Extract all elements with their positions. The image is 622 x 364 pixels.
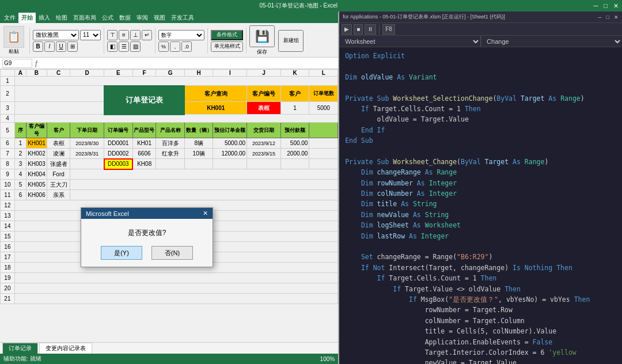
zoom-level: 100%	[320, 356, 335, 362]
tab-data[interactable]: 数据	[116, 13, 134, 23]
status-bar: 辅助功能: 就绪 100%	[0, 354, 338, 364]
dialog-body: 是否更改值?	[81, 219, 213, 242]
font-size-select[interactable]: 11	[80, 30, 101, 40]
save-btn[interactable]: 💾	[249, 25, 275, 47]
excel-title: 05-01-订单登记表-地图 - Excel	[3, 2, 594, 10]
th-extra	[309, 123, 338, 138]
table-row: 21	[1, 294, 338, 304]
table-row: 7 2 KH002 凌澜 2023/8/31 DD0002 6606 红拿升 1…	[1, 149, 338, 159]
minimize-btn[interactable]: ─	[594, 2, 598, 10]
italic-btn[interactable]: I	[44, 41, 55, 52]
col-G: G	[156, 70, 185, 77]
vbe-divider	[379, 25, 380, 34]
bold-btn[interactable]: B	[33, 41, 43, 52]
paste-label: 粘贴	[9, 48, 19, 55]
wrap-btn[interactable]: ↵	[142, 30, 152, 40]
tab-insert[interactable]: 插入	[36, 13, 53, 23]
sheet-tab-2[interactable]: 变更内容记录表	[39, 343, 92, 354]
dialog-cancel-btn[interactable]: 否(N)	[151, 246, 193, 260]
underline-btn[interactable]: U	[56, 41, 66, 52]
align-bot-btn[interactable]: ⊥	[130, 30, 141, 40]
vbe-close-btn[interactable]: ✕	[614, 14, 619, 20]
newsheet-btn[interactable]: 新建组	[278, 30, 304, 52]
tab-review[interactable]: 审阅	[134, 13, 151, 23]
status-text: 辅助功能: 就绪	[3, 355, 41, 363]
col-H: H	[184, 70, 213, 77]
lookup-val3-cell: 1	[280, 102, 309, 115]
number-format-select[interactable]: 数字	[158, 30, 204, 40]
align-left-btn[interactable]: ◧	[107, 41, 117, 52]
style-group: 条件格式 单元格样式	[211, 30, 243, 52]
vbe-run-btn[interactable]: ▶	[342, 24, 352, 35]
vbe-code-body[interactable]: Option Explicit Dim oldValue As Variant …	[339, 47, 622, 364]
inc-decimal-btn[interactable]: .0	[181, 41, 192, 52]
r3-empty[interactable]	[14, 102, 104, 115]
tab-dev[interactable]: 开发工具	[168, 13, 197, 23]
vbe-proc-dropdown-wrap: Change	[481, 36, 622, 47]
name-box[interactable]	[2, 59, 32, 68]
cond-format-btn[interactable]: 条件格式	[211, 30, 243, 40]
maximize-btn[interactable]: □	[604, 2, 608, 10]
vbe-module-dropdown[interactable]: Worksheet	[343, 37, 480, 46]
r4[interactable]	[14, 115, 337, 123]
align-right-btn[interactable]: ▨	[130, 41, 141, 52]
tab-view[interactable]: 视图	[151, 13, 168, 23]
table-row: 6 1 KH001 表框 2023/8/30 DD0001 KH01 百洋多 8…	[1, 138, 338, 149]
formula-input[interactable]	[41, 59, 336, 68]
paste-btn[interactable]: 📋	[3, 26, 24, 48]
corner-cell	[1, 70, 15, 77]
th-qty: 数量（辆）	[184, 123, 213, 138]
th-cid: 客户编号	[26, 123, 47, 138]
th-seq: 序	[14, 123, 26, 138]
border-btn[interactable]: ⊞	[67, 41, 78, 52]
vbe-max-btn[interactable]: □	[606, 14, 609, 20]
table-row: 10 5 KH005 王大刀	[1, 180, 338, 190]
th-pname: 产品名称	[156, 123, 185, 138]
r2-empty[interactable]	[14, 86, 104, 102]
ribbon-tabs: 文件 开始 插入 绘图 页面布局 公式 数据 审阅 视图 开发工具	[0, 12, 338, 23]
r1[interactable]	[14, 77, 337, 86]
col-I: I	[213, 70, 247, 77]
tab-formula[interactable]: 公式	[99, 13, 116, 23]
vbe-pause-btn[interactable]: ⏸	[365, 24, 376, 35]
sheet-area: A B C D E F G H I J K L	[0, 69, 338, 342]
divider1	[29, 28, 30, 54]
col-F: F	[132, 70, 156, 77]
row-5: 5	[1, 123, 15, 138]
dialog-close-icon[interactable]: ✕	[203, 210, 208, 217]
vbe-title-text: for Applications - 05-01-订单登记表单.xlsm [正在…	[343, 13, 505, 21]
align-group: ⊤ ≡ ⊥ ↵ ◧ ☰ ▨	[107, 30, 152, 52]
th-deliver: 交货日期	[247, 123, 281, 138]
sheet-scroll[interactable]: A B C D E F G H I J K L	[0, 69, 338, 342]
align-top-btn[interactable]: ⊤	[107, 30, 117, 40]
vbe-toolbar: ▶ ■ ⏸ F8	[339, 23, 622, 36]
comma-btn[interactable]: ,	[170, 41, 180, 52]
close-btn[interactable]: ✕	[613, 2, 619, 10]
dialog-ok-btn[interactable]: 是(Y)	[101, 246, 142, 260]
divider4	[207, 28, 208, 54]
vbe-code-header: Worksheet Change	[339, 36, 622, 47]
sheet-tab-1[interactable]: 订单记录	[2, 343, 38, 354]
lookup-val4-cell: 5000	[309, 102, 338, 115]
th-est: 预估订单金额	[213, 123, 247, 138]
vbe-stop-btn[interactable]: ■	[354, 24, 363, 35]
vbe-min-btn[interactable]: ─	[598, 14, 601, 20]
tab-file[interactable]: 文件	[1, 13, 18, 23]
tab-draw[interactable]: 绘图	[53, 13, 70, 23]
th-cname: 客户	[47, 123, 70, 138]
align-center-btn[interactable]: ☰	[119, 41, 129, 52]
table-row: 8 3 KH003 张盛者 DD0003 KH08	[1, 159, 338, 169]
table-row: 9 4 KH004 Ford	[1, 169, 338, 180]
percent-btn[interactable]: %	[158, 41, 169, 52]
font-family-select[interactable]: 微软雅黑	[33, 30, 79, 40]
row-4: 4	[1, 115, 15, 123]
lookup-label2: 客户	[280, 86, 309, 102]
msgbox-dialog: Microsoft Excel ✕ 是否更改值? 是(Y) 否(N)	[81, 207, 213, 267]
cell-style-btn[interactable]: 单元格样式	[211, 41, 243, 52]
tab-home[interactable]: 开始	[18, 13, 36, 23]
vbe-step-btn[interactable]: F8	[382, 24, 395, 35]
tab-layout[interactable]: 页面布局	[70, 13, 99, 23]
align-mid-btn[interactable]: ≡	[119, 30, 129, 40]
vbe-proc-dropdown[interactable]: Change	[484, 37, 622, 46]
lookup-btn-cell[interactable]: 客户查询	[184, 86, 246, 102]
